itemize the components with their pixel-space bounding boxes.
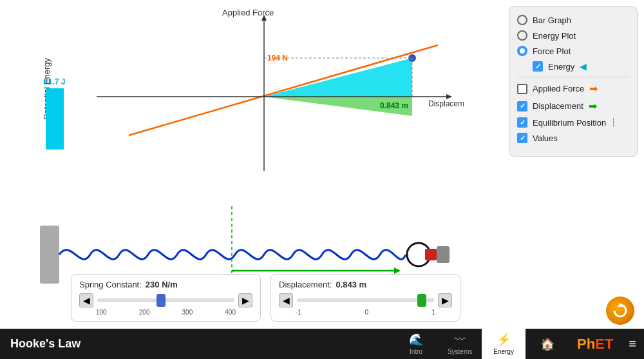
values-checkbox[interactable]: ✓ (517, 133, 527, 143)
spring-constant-value: 230 N/m (146, 280, 178, 289)
home-tab-icon: 🏠 (540, 337, 554, 351)
applied-force-arrow-icon: ➡ (589, 82, 598, 95)
bottom-bar: Hooke's Law 🌊 Intro 〰 Systems ⚡ Energy 🏠… (0, 329, 644, 359)
spring-constant-label: Spring Constant: (79, 280, 142, 289)
spring-simulation: 0.843 m (39, 187, 477, 284)
energy-plot-radio[interactable] (517, 30, 527, 41)
svg-rect-14 (40, 226, 59, 284)
svg-rect-17 (425, 249, 437, 260)
svg-rect-18 (437, 246, 450, 263)
sc-tick-200: 200 (139, 309, 150, 316)
bar-graph-radio[interactable] (517, 15, 527, 25)
values-option[interactable]: ✓ Values (517, 133, 629, 143)
sc-tick-400: 400 (225, 309, 236, 316)
equilibrium-checkbox[interactable]: ✓ (517, 117, 527, 128)
disp-tick-1: 1 (431, 309, 435, 316)
systems-tab-label: Systems (448, 348, 472, 355)
applied-force-option-label: Applied Force (533, 84, 584, 93)
svg-text:0.843 m: 0.843 m (380, 101, 408, 110)
spring-constant-increase-btn[interactable]: ▶ (238, 293, 252, 307)
applied-force-checkbox[interactable] (517, 84, 527, 94)
displacement-thumb[interactable] (417, 294, 426, 307)
bar-graph-label: Bar Graph (533, 15, 571, 25)
svg-text:194 N: 194 N (267, 53, 288, 63)
displacement-increase-btn[interactable]: ▶ (438, 293, 452, 307)
systems-tab-icon: 〰 (454, 333, 466, 347)
menu-icon[interactable]: ≡ (621, 336, 644, 351)
energy-value-label: 81.7 J (44, 77, 65, 86)
tab-energy[interactable]: ⚡ Energy (482, 329, 526, 359)
tab-intro[interactable]: 🌊 Intro (394, 329, 438, 359)
energy-tab-icon: ⚡ (497, 333, 511, 347)
force-plot-option[interactable]: Force Plot (517, 46, 629, 56)
spring-constant-thumb[interactable] (156, 294, 166, 307)
force-plot-radio[interactable] (517, 46, 527, 56)
disp-tick-0: 0 (365, 309, 368, 316)
energy-bar-container: 81.7 J (44, 77, 65, 150)
nav-tabs: 🌊 Intro 〰 Systems ⚡ Energy 🏠 (394, 329, 569, 359)
force-plot-label: Force Plot (533, 46, 571, 56)
energy-tab-label: Energy (493, 348, 514, 355)
displacement-value: 0.843 m (336, 280, 366, 289)
disp-tick-neg1: -1 (296, 309, 301, 316)
spring-svg: 0.843 m (39, 187, 477, 284)
tab-systems[interactable]: 〰 Systems (438, 329, 482, 359)
app-title: Hooke's Law (0, 337, 394, 351)
force-plot-svg: Displacement 194 N 0.843 m (64, 13, 464, 174)
svg-text:Displacement: Displacement (428, 99, 464, 108)
sc-tick-100: 100 (96, 309, 107, 316)
intro-tab-icon: 🌊 (409, 333, 423, 347)
displacement-control: Displacement: 0.843 m ◀ ▶ -1 0 1 (270, 274, 460, 322)
energy-option-label: Energy (548, 62, 574, 72)
displacement-arrow-icon: ➡ (589, 100, 597, 112)
applied-force-axis-label: Applied Force (222, 8, 274, 17)
options-panel: Bar Graph Energy Plot Force Plot ✓ Energ… (509, 6, 638, 157)
equilibrium-option[interactable]: ✓ Equilibrium Position ┊ (517, 117, 629, 128)
energy-plot-option[interactable]: Energy Plot (517, 30, 629, 41)
spring-constant-decrease-btn[interactable]: ◀ (79, 293, 93, 307)
bar-graph-option[interactable]: Bar Graph (517, 15, 629, 25)
sc-tick-300: 300 (182, 309, 193, 316)
phet-logo: PhET (569, 336, 621, 353)
equilibrium-option-label: Equilibrium Position (533, 118, 606, 128)
svg-marker-20 (394, 267, 401, 274)
applied-force-option[interactable]: Applied Force ➡ (517, 82, 629, 95)
energy-plot-label: Energy Plot (533, 31, 576, 41)
displacement-option[interactable]: ✓ Displacement ➡ (517, 100, 629, 112)
energy-checkbox-option[interactable]: ✓ Energy ◀ (533, 61, 629, 72)
energy-bar-rect (46, 88, 64, 150)
energy-checkbox[interactable]: ✓ (533, 61, 543, 72)
spring-constant-control: Spring Constant: 230 N/m ◀ ▶ 100 200 300… (71, 274, 261, 322)
reset-button[interactable] (606, 296, 634, 325)
displacement-decrease-btn[interactable]: ◀ (279, 293, 293, 307)
displacement-label: Displacement: (279, 280, 332, 289)
energy-arrow-icon: ◀ (580, 61, 587, 72)
reset-icon (611, 302, 629, 320)
values-option-label: Values (533, 133, 558, 143)
intro-tab-label: Intro (410, 348, 422, 355)
displacement-option-label: Displacement (533, 101, 583, 111)
equilibrium-dashed-icon: ┊ (611, 118, 616, 127)
displacement-checkbox[interactable]: ✓ (517, 101, 527, 112)
tab-home[interactable]: 🏠 (526, 329, 569, 359)
